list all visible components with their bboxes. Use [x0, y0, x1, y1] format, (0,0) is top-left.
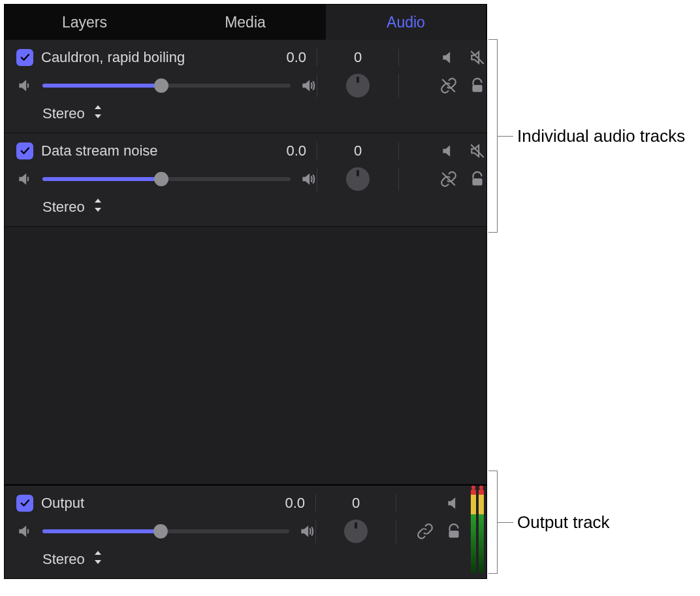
channel-label: Stereo — [42, 105, 85, 122]
track-pan-value[interactable]: 0 — [317, 49, 398, 66]
pan-knob[interactable] — [344, 520, 368, 543]
callout-individual: Individual audio tracks — [488, 39, 685, 233]
output-track: Output 0.0 0 Stereo — [5, 484, 486, 578]
track-name: Cauldron, rapid boiling — [41, 49, 278, 66]
track-pan-value[interactable]: 0 — [317, 142, 398, 159]
audio-panel: Layers Media Audio Cauldron, rapid boili… — [4, 4, 487, 579]
audio-track: Cauldron, rapid boiling 0.0 0 — [5, 40, 486, 133]
slider-thumb[interactable] — [154, 172, 168, 186]
solo-icon[interactable] — [469, 142, 486, 159]
pan-knob[interactable] — [346, 167, 370, 191]
panel-tabs: Layers Media Audio — [5, 5, 486, 40]
volume-high-icon — [300, 77, 317, 94]
mute-icon[interactable] — [440, 142, 457, 159]
volume-slider[interactable] — [42, 84, 291, 88]
channel-select[interactable]: Stereo — [42, 105, 102, 122]
volume-low-icon — [16, 77, 33, 94]
volume-high-icon — [298, 523, 315, 540]
lock-icon[interactable] — [445, 523, 462, 540]
track-enable-checkbox[interactable] — [16, 495, 33, 512]
svg-rect-5 — [472, 178, 482, 186]
pan-knob[interactable] — [346, 74, 370, 97]
volume-high-icon — [300, 171, 317, 188]
volume-low-icon — [16, 171, 33, 188]
updown-icon — [94, 199, 102, 216]
audio-track: Data stream noise 0.0 0 — [5, 133, 486, 227]
tab-layers[interactable]: Layers — [5, 5, 165, 40]
callout-label: Output track — [517, 512, 610, 533]
track-level-value[interactable]: 0.0 — [286, 49, 317, 66]
link-icon[interactable] — [417, 523, 434, 540]
callout-output: Output track — [488, 471, 610, 574]
link-icon[interactable] — [440, 171, 457, 188]
updown-icon — [94, 105, 102, 122]
svg-rect-6 — [449, 531, 458, 538]
slider-thumb[interactable] — [153, 524, 168, 538]
track-enable-checkbox[interactable] — [16, 49, 33, 66]
tab-media[interactable]: Media — [165, 5, 326, 40]
empty-space — [5, 227, 486, 484]
volume-slider[interactable] — [42, 177, 291, 181]
track-enable-checkbox[interactable] — [16, 142, 33, 159]
volume-low-icon — [16, 523, 33, 540]
lock-icon[interactable] — [469, 77, 486, 94]
track-name: Data stream noise — [41, 142, 278, 159]
svg-rect-2 — [472, 85, 482, 92]
callout-label: Individual audio tracks — [517, 126, 685, 146]
channel-label: Stereo — [42, 551, 85, 568]
track-level-value[interactable]: 0.0 — [285, 495, 315, 512]
slider-thumb[interactable] — [154, 78, 168, 93]
channel-select[interactable]: Stereo — [42, 551, 102, 568]
tab-audio[interactable]: Audio — [326, 5, 486, 40]
track-level-value[interactable]: 0.0 — [286, 142, 317, 159]
channel-label: Stereo — [42, 199, 85, 216]
volume-slider[interactable] — [42, 529, 289, 533]
track-pan-value[interactable]: 0 — [315, 495, 396, 512]
output-level-meter — [468, 484, 486, 578]
track-list: Cauldron, rapid boiling 0.0 0 — [5, 40, 486, 578]
lock-icon[interactable] — [469, 171, 486, 188]
channel-select[interactable]: Stereo — [42, 199, 102, 216]
link-icon[interactable] — [440, 77, 457, 94]
mute-icon[interactable] — [440, 49, 457, 66]
track-name: Output — [41, 495, 277, 512]
updown-icon — [94, 551, 102, 568]
solo-icon[interactable] — [469, 49, 486, 66]
mute-icon[interactable] — [445, 495, 462, 512]
